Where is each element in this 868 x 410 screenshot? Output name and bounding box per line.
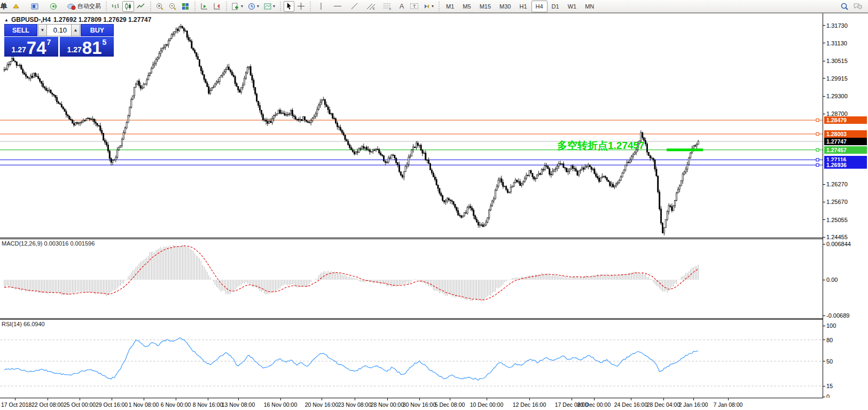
time-label: 20 Dec 00:00 — [577, 401, 611, 408]
zoom-out-icon[interactable] — [167, 1, 178, 12]
axis-tick: 1.29300 — [823, 93, 848, 100]
axis-tick: 1.29915 — [823, 75, 848, 82]
macd-pane-canvas[interactable] — [0, 239, 823, 318]
cursor-tool-icon[interactable] — [284, 1, 294, 12]
channel-tool-icon[interactable]: E — [365, 1, 377, 12]
axis-tick: -0.00689 — [823, 312, 849, 319]
timeframe-button-d1[interactable]: D1 — [548, 1, 564, 12]
line-endpoint-marker — [816, 159, 819, 161]
rsi-line — [4, 338, 698, 380]
price-chart-canvas[interactable] — [0, 13, 823, 238]
toolbar: 单 自动交易 — [0, 0, 868, 13]
zoom-in-icon[interactable] — [154, 1, 166, 12]
timeframe-button-mn[interactable]: MN — [581, 1, 598, 12]
line-endpoint-marker — [816, 148, 819, 151]
time-label: 28 Dec 04:00 — [647, 401, 680, 408]
volume-input[interactable] — [47, 24, 71, 36]
bar-chart-mode-icon[interactable] — [110, 1, 121, 12]
toolbar-separator — [149, 2, 152, 11]
collapse-triangle-icon[interactable]: ▲ — [4, 18, 9, 22]
auto-trading-icon — [67, 3, 76, 10]
fibonacci-tool-icon[interactable]: F — [381, 1, 394, 12]
axis-tick: 1.31730 — [823, 22, 848, 29]
macd-histogram-layer — [4, 245, 698, 301]
axis-tick: 1.31130 — [823, 40, 847, 46]
periods-icon[interactable] — [246, 1, 261, 12]
time-tick — [208, 398, 208, 400]
time-tick — [693, 398, 694, 400]
candlestick-mode-icon[interactable] — [122, 1, 134, 12]
rsi-pane-canvas[interactable] — [0, 320, 823, 398]
axis-tick: 0.00 — [823, 277, 838, 283]
trendline-tool-icon[interactable] — [349, 1, 360, 12]
timeframe-button-m15[interactable]: M15 — [475, 1, 495, 12]
text-tool-glyph: A — [400, 2, 404, 10]
volume-increase-button[interactable]: ▲ — [71, 24, 80, 36]
templates-icon[interactable] — [262, 1, 277, 12]
line-endpoint-marker — [816, 119, 819, 122]
axis-tick: 1.24455 — [823, 234, 848, 241]
sell-price-button[interactable]: 1.27 74 7 — [4, 37, 58, 57]
line-endpoint-marker — [816, 132, 819, 135]
price-line-badge: 1.28479 — [824, 116, 867, 124]
price-line-badge: 1.27457 — [824, 146, 867, 154]
price-axis[interactable]: 1.317301.311301.305151.299151.293001.287… — [823, 13, 868, 398]
time-axis[interactable]: 17 Oct 201822 Oct 08:0025 Oct 00:0029 Oc… — [0, 398, 868, 410]
buy-button[interactable]: BUY — [81, 24, 114, 36]
vertical-line-tool-icon[interactable] — [316, 1, 326, 12]
arrows-tool-icon[interactable] — [421, 1, 435, 12]
time-tick — [572, 398, 572, 400]
text-tool-icon[interactable]: A — [396, 1, 407, 12]
timeframe-button-m30[interactable]: M30 — [495, 1, 515, 12]
time-tick — [15, 398, 15, 400]
timeframe-button-h4[interactable]: H4 — [531, 1, 548, 12]
axis-tick: 50 — [823, 358, 833, 365]
crosshair-tool-icon[interactable] — [295, 1, 307, 12]
timeframe-button-h1[interactable]: H1 — [515, 1, 531, 12]
toolbar-separator — [193, 2, 196, 11]
time-tick — [594, 398, 595, 400]
auto-trading-button[interactable]: 自动交易 — [65, 1, 103, 12]
market-watch-icon[interactable] — [29, 1, 41, 12]
chart-shift-icon[interactable] — [211, 1, 223, 12]
sell-price-pipette: 7 — [47, 38, 51, 46]
time-label: 8 Nov 16:00 — [193, 401, 223, 408]
text-label-tool-icon[interactable]: T — [408, 1, 420, 12]
signals-icon[interactable] — [48, 1, 59, 12]
chart-symbol-title: ▲ GBPUSD-,H4 1.27692 1.27809 1.27629 1.2… — [4, 16, 151, 23]
pane-separator[interactable] — [0, 318, 868, 319]
new-order-button[interactable]: 单 — [0, 1, 9, 12]
new-order-label: 单 — [1, 2, 7, 11]
time-label: 2 Jan 16:00 — [679, 401, 708, 408]
time-tick — [238, 398, 239, 400]
timeframe-button-m1[interactable]: M1 — [442, 1, 458, 12]
chat-icon[interactable] — [851, 1, 864, 12]
horizontal-line-tool-icon[interactable] — [332, 1, 343, 12]
sell-button[interactable]: SELL — [4, 24, 37, 36]
axis-tick: 1.25670 — [823, 199, 848, 206]
time-label: 5 Dec 08:00 — [435, 401, 465, 408]
timeframe-button-m5[interactable]: M5 — [458, 1, 475, 12]
timeframe-group: M1M5M15M30H1H4D1W1MN — [442, 1, 598, 12]
profiles-icon[interactable] — [10, 1, 22, 12]
tile-windows-icon[interactable] — [179, 1, 191, 12]
time-label: 22 Oct 08:00 — [32, 401, 64, 408]
buy-price-button[interactable]: 1.27 81 5 — [60, 37, 114, 57]
volume-decrease-button[interactable]: ▼ — [38, 24, 47, 36]
time-label: 23 Nov 08:00 — [338, 401, 371, 408]
time-label: 30 Nov 16:00 — [403, 401, 436, 408]
auto-scroll-icon[interactable] — [198, 1, 210, 12]
one-click-trading-panel: SELL ▼ ▲ BUY 1.27 74 7 1.27 81 5 — [4, 24, 114, 57]
line-chart-mode-icon[interactable] — [135, 1, 147, 12]
time-label: 6 Nov 00:00 — [161, 401, 191, 408]
rsi-label: RSI(14) 66.0940 — [2, 321, 45, 327]
search-icon[interactable] — [839, 1, 850, 12]
pane-separator[interactable] — [0, 238, 868, 238]
timeframe-button-w1[interactable]: W1 — [564, 1, 581, 12]
indicators-icon[interactable] — [230, 1, 245, 12]
time-tick — [112, 398, 112, 400]
time-tick — [529, 398, 530, 400]
time-tick — [280, 398, 281, 400]
mt4-application: 单 自动交易 — [0, 0, 868, 410]
toolbar-separator — [309, 2, 311, 11]
